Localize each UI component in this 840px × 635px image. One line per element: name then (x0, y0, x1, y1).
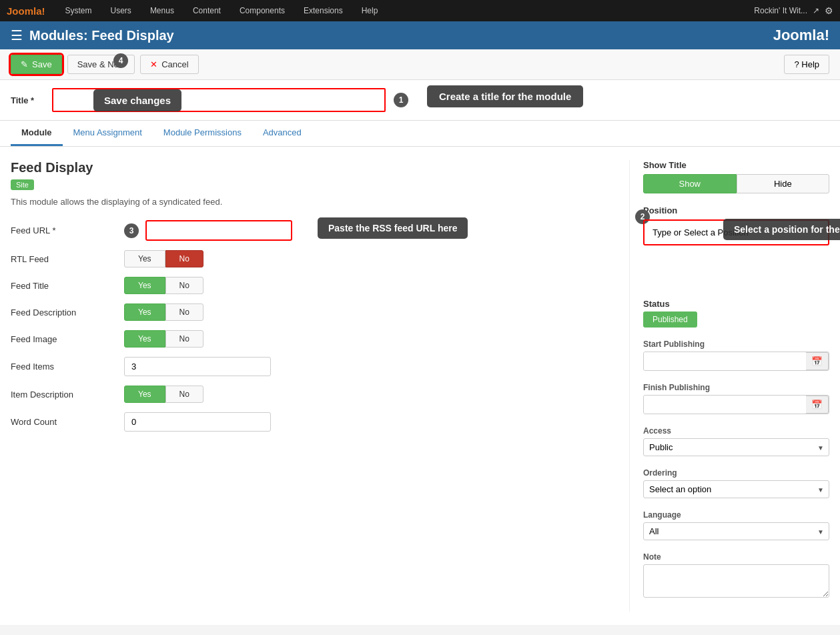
status-section: Status Published (643, 299, 829, 328)
tabs: Module Menu Assignment Module Permission… (0, 121, 840, 147)
item-desc-yes-button[interactable]: Yes (124, 386, 165, 403)
feed-url-tooltip: Paste the RSS feed URL here (318, 217, 468, 239)
module-name: Feed Display (11, 160, 609, 175)
ordering-label: Ordering (643, 468, 829, 478)
topbar-right: Rockin' It Wit... ↗ ⚙ (754, 5, 833, 16)
topbar: Joomla! System Users Menus Content Compo… (0, 0, 840, 21)
ordering-select[interactable]: Select an option (643, 480, 829, 498)
feed-title-yes-button[interactable]: Yes (124, 277, 165, 294)
start-publishing-section: Start Publishing 📅 (643, 340, 829, 371)
site-badge: Site (11, 179, 34, 190)
nav-content[interactable]: Content (189, 0, 225, 21)
toolbar: ✎ Save 4 Save changes Save & New ✕ Cance… (0, 49, 840, 80)
feed-url-label: Feed URL * (11, 225, 117, 235)
nav-menus[interactable]: Menus (146, 0, 178, 21)
help-button[interactable]: ? Help (784, 55, 829, 74)
finish-publishing-section: Finish Publishing 📅 (643, 383, 829, 414)
show-title-section: Show Title Show Hide (643, 160, 829, 193)
status-label: Status (643, 299, 829, 309)
position-label: Position (643, 205, 829, 215)
save-tooltip: Save changes (93, 89, 181, 111)
header-bar: ☰ Modules: Feed Display Joomla! (0, 21, 840, 49)
nav-components[interactable]: Components (236, 0, 289, 21)
cancel-label: Cancel (161, 59, 188, 69)
feed-title-no-button[interactable]: No (165, 277, 203, 294)
start-publishing-row: 📅 (643, 352, 829, 371)
rtl-feed-toggle: Yes No (124, 250, 203, 267)
tab-module[interactable]: Module (11, 121, 63, 146)
left-panel: Feed Display Site This module allows the… (11, 160, 629, 612)
tab-menu-assignment[interactable]: Menu Assignment (63, 121, 153, 146)
show-button[interactable]: Show (643, 174, 737, 193)
feed-url-input[interactable] (145, 220, 292, 241)
word-count-input[interactable] (124, 412, 271, 432)
save-button[interactable]: ✎ Save (11, 55, 62, 74)
feed-image-label: Feed Image (11, 334, 117, 344)
cancel-icon: ✕ (150, 59, 157, 69)
feed-description-label: Feed Description (11, 307, 117, 318)
step4-badge: 4 (113, 53, 128, 68)
position-tooltip: Select a position for the module (723, 219, 840, 240)
tab-module-permissions[interactable]: Module Permissions (153, 121, 252, 146)
access-section: Access Public Guest Registered Special (643, 426, 829, 456)
nav-system[interactable]: System (61, 0, 96, 21)
save-label: Save (32, 59, 52, 69)
access-label: Access (643, 426, 829, 436)
feed-image-yes-button[interactable]: Yes (124, 330, 165, 348)
finish-publishing-calendar-button[interactable]: 📅 (806, 396, 829, 414)
external-icon: ↗ (813, 6, 819, 15)
title-tooltip: Create a title for the module (427, 85, 583, 107)
access-select-wrapper: Public Guest Registered Special (643, 438, 829, 456)
feed-image-no-button[interactable]: No (165, 330, 203, 348)
gear-icon[interactable]: ⚙ (825, 5, 833, 16)
item-desc-no-button[interactable]: No (165, 386, 203, 403)
module-icon: ☰ (11, 27, 23, 43)
nav-extensions[interactable]: Extensions (300, 0, 347, 21)
feed-description-toggle: Yes No (124, 303, 203, 321)
feed-desc-no-button[interactable]: No (165, 303, 203, 321)
finish-publishing-input[interactable] (644, 396, 806, 414)
feed-items-label: Feed Items (11, 362, 117, 372)
feed-url-row: Feed URL * 3 Paste the RSS feed URL here (11, 220, 609, 241)
cancel-button[interactable]: ✕ Cancel (140, 55, 198, 74)
rtl-no-button[interactable]: No (165, 250, 203, 267)
nav-users[interactable]: Users (107, 0, 135, 21)
show-title-label: Show Title (643, 160, 829, 170)
right-panel: Show Title Show Hide Position 2 Type or … (629, 160, 829, 612)
feed-title-row: Feed Title Yes No (11, 277, 609, 294)
tab-advanced[interactable]: Advanced (252, 121, 312, 146)
save-icon: ✎ (21, 59, 28, 69)
show-hide-toggle: Show Hide (643, 174, 829, 193)
topbar-user: Rockin' It Wit... (754, 6, 807, 15)
page-title: Modules: Feed Display (29, 28, 767, 43)
ordering-section: Ordering Select an option (643, 468, 829, 498)
title-label: Title * (11, 95, 44, 105)
note-section: Note (643, 552, 829, 600)
language-select[interactable]: All English (UK) English (US) (643, 522, 829, 540)
feed-items-input[interactable] (124, 357, 271, 376)
joomla-brand-logo: Joomla! (773, 27, 829, 44)
feed-image-row: Feed Image Yes No (11, 330, 609, 348)
word-count-row: Word Count (11, 412, 609, 432)
start-publishing-calendar-button[interactable]: 📅 (806, 352, 829, 370)
language-label: Language (643, 510, 829, 520)
step3-badge: 3 (124, 223, 139, 238)
status-published-button[interactable]: Published (643, 311, 697, 328)
feed-items-row: Feed Items (11, 357, 609, 376)
finish-publishing-label: Finish Publishing (643, 383, 829, 392)
start-publishing-input[interactable] (644, 352, 806, 370)
feed-image-toggle: Yes No (124, 330, 203, 348)
joomla-logo: Joomla! (7, 5, 45, 17)
access-select[interactable]: Public Guest Registered Special (643, 438, 829, 456)
note-label: Note (643, 552, 829, 562)
nav-help[interactable]: Help (358, 0, 382, 21)
language-select-wrapper: All English (UK) English (US) (643, 522, 829, 540)
word-count-label: Word Count (11, 417, 117, 427)
hide-button[interactable]: Hide (737, 174, 830, 193)
note-input[interactable] (643, 564, 829, 598)
rtl-yes-button[interactable]: Yes (124, 250, 165, 267)
feed-title-toggle: Yes No (124, 277, 203, 294)
feed-title-label: Feed Title (11, 281, 117, 291)
ordering-select-wrapper: Select an option (643, 480, 829, 498)
feed-desc-yes-button[interactable]: Yes (124, 303, 165, 321)
